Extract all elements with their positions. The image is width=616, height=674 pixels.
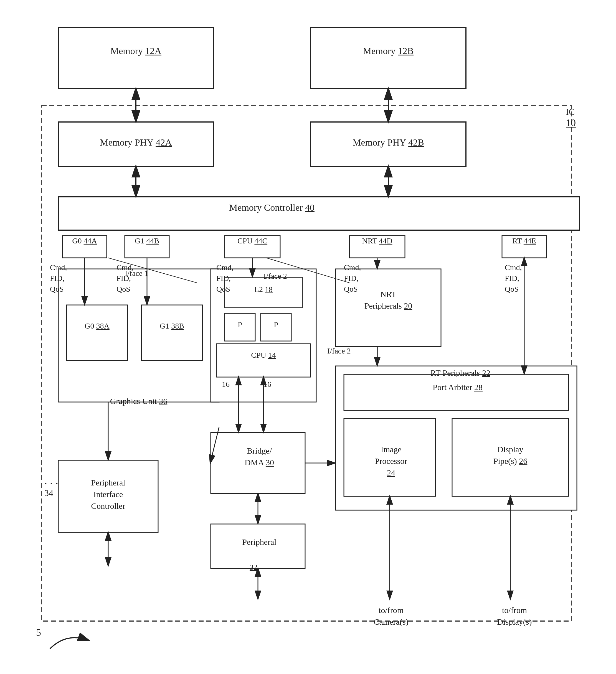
memphy-42a-label: Memory PHY 42A	[64, 137, 208, 148]
bridge-dma-30-label: Bridge/DMA 30	[214, 445, 305, 468]
rt-periph-22-label: RT Peripherals 22	[377, 368, 544, 377]
graphics-unit-36-label: Graphics Unit 36	[67, 397, 211, 406]
cmd-fid-qos-g1: Cmd,FID,QoS	[116, 262, 133, 295]
svg-rect-6	[311, 28, 466, 89]
display-pipe-26-label: DisplayPipe(s) 26	[455, 444, 566, 467]
fig-ref-arrow	[44, 629, 100, 657]
16-left-label: 16	[222, 380, 230, 389]
cpu-14-label: CPU 14	[216, 351, 311, 360]
svg-rect-22	[216, 344, 311, 377]
fig-ref-5: 5	[36, 627, 41, 638]
16-right-label: 16	[264, 380, 271, 389]
memctrl-40-label: Memory Controller 40	[161, 202, 383, 213]
cpu-44c-label: CPU 44C	[225, 236, 280, 245]
port-arb-28-label: Port Arbiter 28	[347, 382, 569, 392]
svg-rect-9	[58, 197, 580, 230]
dots-label: . . .	[44, 474, 58, 487]
g1-44b-label: G1 44B	[125, 236, 169, 245]
svg-rect-25	[344, 374, 569, 410]
svg-rect-5	[58, 28, 214, 89]
pic-label: PeripheralInterfaceController	[61, 477, 155, 512]
cmd-fid-qos-g0: Cmd,FID,QoS	[50, 262, 67, 295]
nrt-periph-20-label: NRTPeripherals 20	[338, 288, 438, 312]
img-proc-24-label: ImageProcessor24	[347, 444, 435, 478]
to-from-display-label: to/fromDisplay(s)	[484, 604, 545, 628]
peripheral-32-ref: 32	[249, 563, 258, 572]
memory-12b-label: Memory 12B	[330, 46, 446, 56]
p-left-label: P	[225, 320, 255, 329]
iface2-label: I/face 2	[264, 272, 287, 280]
iface2b-label: I/face 2	[327, 347, 351, 355]
iface1-label: I/face 1	[125, 269, 148, 278]
label-34: 34	[44, 488, 53, 498]
svg-rect-15	[58, 269, 219, 402]
ic-10-label: IC10	[566, 107, 576, 129]
svg-rect-17	[141, 305, 202, 360]
svg-rect-16	[67, 305, 128, 360]
svg-rect-4	[41, 105, 571, 621]
p-right-label: P	[261, 320, 291, 329]
to-from-camera-label: to/fromCamera(s)	[363, 604, 419, 628]
g0-38a-label: G0 38A	[67, 322, 128, 331]
memory-12a-label: Memory 12A	[78, 46, 194, 56]
g1-38b-label: G1 38B	[141, 322, 202, 331]
nrt-44d-label: NRT 44D	[349, 236, 405, 245]
g0-44a-label: G0 44A	[63, 236, 107, 245]
l2-18-label: L2 18	[225, 285, 302, 294]
memphy-42b-label: Memory PHY 42B	[316, 137, 460, 148]
peripheral-32-label: Peripheral	[214, 537, 305, 547]
diagram: Memory 12A Memory 12B Memory PHY 42A Mem…	[22, 17, 594, 654]
cmd-fid-qos-rt: Cmd,FID,QoS	[505, 262, 522, 295]
rt-44e-label: RT 44E	[502, 236, 546, 245]
